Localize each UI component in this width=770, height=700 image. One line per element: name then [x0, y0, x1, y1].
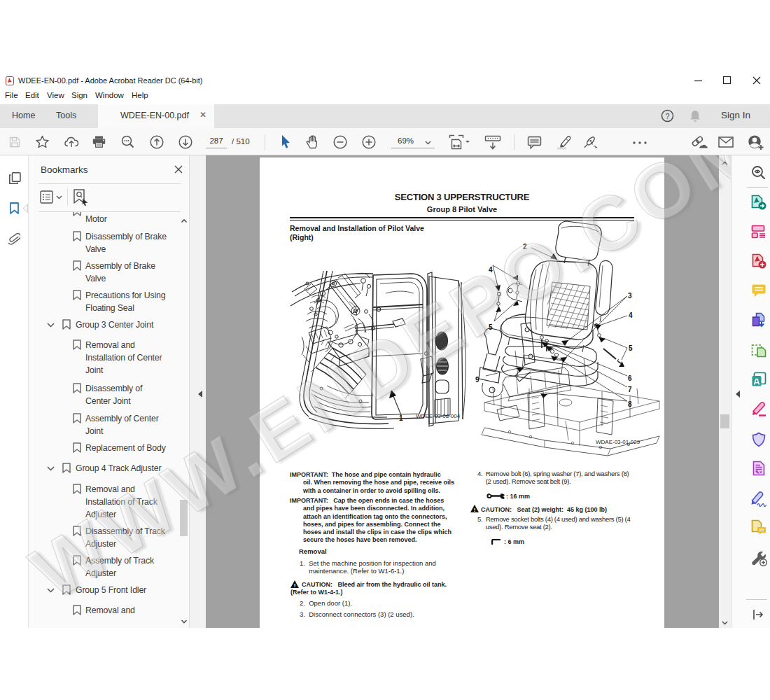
svg-text:7: 7 [628, 386, 632, 393]
svg-text:9: 9 [475, 376, 479, 384]
svg-text:4: 4 [489, 266, 493, 274]
svg-text:3: 3 [628, 292, 632, 300]
svg-text:4: 4 [629, 312, 633, 319]
svg-text:6: 6 [628, 374, 632, 382]
svg-text:5: 5 [489, 323, 493, 331]
svg-text:!: ! [294, 582, 296, 588]
svg-text:?: ? [665, 112, 669, 120]
svg-text:8: 8 [628, 400, 632, 408]
svg-text:1: 1 [399, 414, 403, 422]
svg-text:2: 2 [523, 243, 527, 251]
svg-text:!: ! [474, 507, 476, 512]
svg-text:5: 5 [629, 344, 633, 352]
svg-text:✎×: ✎× [755, 470, 762, 475]
